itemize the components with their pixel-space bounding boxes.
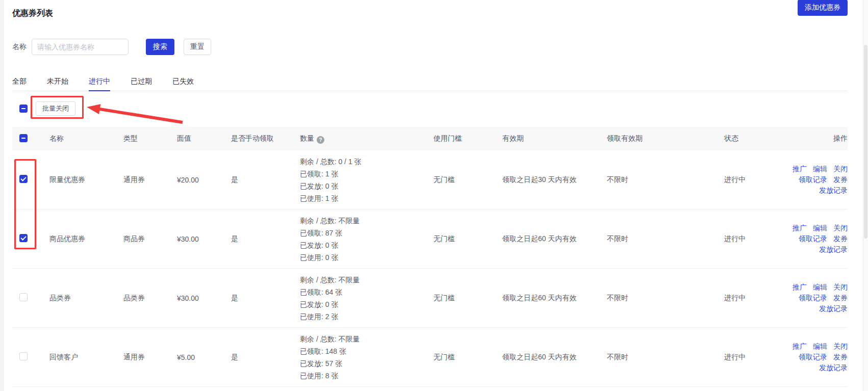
vertical-scrollbar[interactable] xyxy=(863,0,868,391)
table-row: 限量优惠券 通用券 ¥20.00 是 剩余 / 总数: 0 / 1 张已领取: … xyxy=(12,150,848,210)
coupon-name: 回馈客户 xyxy=(49,353,123,362)
col-face-value: 面值 xyxy=(177,134,231,143)
tab-expired[interactable]: 已过期 xyxy=(131,76,152,91)
actions-cell: 推广编辑关闭领取记录发券发放记录 xyxy=(781,223,848,255)
quantity-line: 剩余 / 总数: 不限量 xyxy=(300,274,433,286)
action-link-promote[interactable]: 推广 xyxy=(793,342,807,350)
action-link-distribution-records[interactable]: 发放记录 xyxy=(819,363,848,372)
col-name: 名称 xyxy=(49,134,123,143)
coupon-list-page: 优惠券列表 添加优惠券 名称 搜索 重置 全部 未开始 进行中 已过期 已失效 … xyxy=(0,0,868,391)
action-link-send-coupon[interactable]: 发券 xyxy=(833,175,848,184)
action-link-send-coupon[interactable]: 发券 xyxy=(833,353,848,361)
batch-action-row: 批量关闭 xyxy=(12,101,848,116)
action-link-promote[interactable]: 推广 xyxy=(793,283,807,291)
coupon-type: 品类券 xyxy=(123,294,177,303)
quantity-cell: 剩余 / 总数: 0 / 1 张已领取: 1 张已发放: 0 张已使用: 1 张 xyxy=(300,155,433,204)
action-line: 发放记录 xyxy=(781,185,848,196)
quantity-cell: 剩余 / 总数: 不限量已领取: 64 张已发放: 0 张已使用: 2 张 xyxy=(300,274,433,323)
action-link-claim-records[interactable]: 领取记录 xyxy=(799,175,827,184)
coupon-face-value: ¥20.00 xyxy=(177,176,231,184)
quantity-line: 已领取: 64 张 xyxy=(300,286,433,298)
action-link-promote[interactable]: 推广 xyxy=(793,224,807,232)
action-link-edit[interactable]: 编辑 xyxy=(813,165,827,173)
quantity-line: 剩余 / 总数: 0 / 1 张 xyxy=(300,155,433,168)
coupon-type: 通用券 xyxy=(123,175,177,185)
table-row: 回馈客户 通用券 ¥5.00 是 剩余 / 总数: 不限量已领取: 148 张已… xyxy=(12,328,848,387)
select-all-checkbox[interactable] xyxy=(19,105,28,113)
search-button[interactable]: 搜索 xyxy=(146,39,174,55)
tab-invalid[interactable]: 已失效 xyxy=(172,76,194,91)
coupon-name: 商品优惠券 xyxy=(49,234,123,244)
coupon-threshold: 无门槛 xyxy=(433,175,502,185)
coupon-validity: 领取之日起60 天内有效 xyxy=(502,234,607,244)
action-link-claim-records[interactable]: 领取记录 xyxy=(799,234,827,243)
quantity-cell: 剩余 / 总数: 不限量已领取: 87 张已发放: 0 张已使用: 0 张 xyxy=(300,215,433,264)
action-link-promote[interactable]: 推广 xyxy=(793,165,807,173)
col-manual-claim: 是否手动领取 xyxy=(231,134,300,143)
coupon-validity: 领取之日起30 天内有效 xyxy=(502,175,607,185)
search-label: 名称 xyxy=(12,42,27,51)
scrollbar-thumb[interactable] xyxy=(864,45,867,239)
action-line: 领取记录发券 xyxy=(781,174,848,185)
action-line: 领取记录发券 xyxy=(781,352,848,362)
search-input[interactable] xyxy=(32,39,129,55)
quantity-line: 已领取: 148 张 xyxy=(300,345,433,357)
status-text: 进行中 xyxy=(724,234,781,244)
tab-not-started[interactable]: 未开始 xyxy=(47,76,68,91)
header-select-checkbox[interactable] xyxy=(19,134,28,142)
action-link-send-coupon[interactable]: 发券 xyxy=(833,234,848,243)
action-link-distribution-records[interactable]: 发放记录 xyxy=(819,186,848,194)
reset-button[interactable]: 重置 xyxy=(184,39,211,55)
quantity-line: 已发放: 0 张 xyxy=(300,298,433,310)
action-line: 推广编辑关闭 xyxy=(781,164,848,174)
action-line: 发放记录 xyxy=(781,244,848,255)
quantity-line: 已发放: 0 张 xyxy=(300,180,433,192)
action-line: 领取记录发券 xyxy=(781,233,848,244)
coupon-threshold: 无门槛 xyxy=(433,294,502,303)
action-link-edit[interactable]: 编辑 xyxy=(813,224,827,232)
action-link-close[interactable]: 关闭 xyxy=(833,342,848,350)
row-checkbox[interactable] xyxy=(19,234,28,242)
status-text: 进行中 xyxy=(724,175,781,185)
quantity-line: 已使用: 1 张 xyxy=(300,192,433,204)
col-quantity-label: 数量 xyxy=(300,134,314,142)
quantity-line: 已领取: 87 张 xyxy=(300,227,433,239)
row-checkbox[interactable] xyxy=(19,352,28,360)
tab-all[interactable]: 全部 xyxy=(12,76,27,91)
quantity-line: 剩余 / 总数: 不限量 xyxy=(300,215,433,227)
action-link-send-coupon[interactable]: 发券 xyxy=(833,294,848,302)
coupon-claim-validity: 不限时 xyxy=(607,175,724,185)
col-validity: 有效期 xyxy=(502,134,607,143)
action-link-claim-records[interactable]: 领取记录 xyxy=(799,353,827,361)
coupon-table: 名称 类型 面值 是否手动领取 数量? 使用门槛 有效期 领取有效期 状态 操作… xyxy=(12,127,848,387)
coupon-manual-claim: 是 xyxy=(231,353,300,362)
actions-cell: 推广编辑关闭领取记录发券发放记录 xyxy=(781,282,848,314)
search-row: 名称 搜索 重置 xyxy=(12,39,848,55)
status-text: 进行中 xyxy=(724,353,781,362)
action-link-close[interactable]: 关闭 xyxy=(833,283,848,291)
quantity-line: 已使用: 2 张 xyxy=(300,310,433,323)
action-link-distribution-records[interactable]: 发放记录 xyxy=(819,245,848,253)
row-checkbox[interactable] xyxy=(19,293,28,301)
col-status: 状态 xyxy=(724,134,781,143)
coupon-type: 通用券 xyxy=(123,353,177,362)
action-link-edit[interactable]: 编辑 xyxy=(813,283,827,291)
coupon-type: 商品券 xyxy=(123,234,177,244)
tab-in-progress[interactable]: 进行中 xyxy=(89,76,110,91)
action-link-edit[interactable]: 编辑 xyxy=(813,342,827,350)
action-line: 推广编辑关闭 xyxy=(781,282,848,293)
batch-close-button[interactable]: 批量关闭 xyxy=(36,101,75,116)
coupon-face-value: ¥30.00 xyxy=(177,235,231,243)
table-row: 品类券 品类券 ¥30.00 是 剩余 / 总数: 不限量已领取: 64 张已发… xyxy=(12,269,848,328)
action-link-close[interactable]: 关闭 xyxy=(833,165,848,173)
help-icon[interactable]: ? xyxy=(317,136,324,144)
action-line: 推广编辑关闭 xyxy=(781,341,848,352)
action-link-close[interactable]: 关闭 xyxy=(833,224,848,232)
add-coupon-button[interactable]: 添加优惠券 xyxy=(798,0,848,16)
action-link-distribution-records[interactable]: 发放记录 xyxy=(819,304,848,312)
coupon-face-value: ¥5.00 xyxy=(177,353,231,361)
action-line: 发放记录 xyxy=(781,303,848,314)
action-link-claim-records[interactable]: 领取记录 xyxy=(799,294,827,302)
actions-cell: 推广编辑关闭领取记录发券发放记录 xyxy=(781,341,848,373)
row-checkbox[interactable] xyxy=(19,175,28,183)
